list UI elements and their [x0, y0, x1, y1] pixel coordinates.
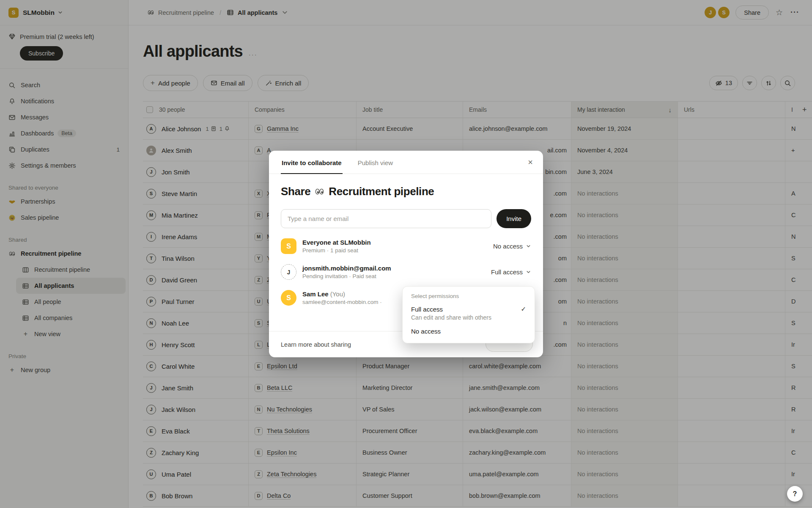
close-icon[interactable]: ×: [528, 158, 533, 166]
permissions-dropdown: Select permissions Full access ✓ Can edi…: [402, 286, 535, 343]
chevron-down-icon: [526, 269, 531, 275]
tab-publish-view[interactable]: Publish view: [357, 159, 394, 174]
member-row-everyone: S Everyone at SLMobbin Premium · 1 paid …: [281, 238, 531, 254]
modal-tab-bar: Invite to collaborate Publish view ×: [269, 151, 543, 174]
option-no-access[interactable]: No access: [403, 323, 535, 337]
workspace-avatar: S: [281, 238, 296, 254]
dropdown-title: Select permissions: [403, 292, 535, 303]
app-screen: S SLMobbin Premium trial (2 weeks left) …: [0, 0, 812, 508]
modal-heading: Share Recruitment pipeline: [281, 185, 531, 198]
member-name: Sam Lee(You): [302, 290, 382, 298]
learn-more-link[interactable]: Learn more about sharing: [281, 341, 351, 348]
tab-invite-to-collaborate[interactable]: Invite to collaborate: [281, 159, 343, 174]
option-full-access[interactable]: Full access ✓ Can edit and share with ot…: [403, 303, 535, 323]
chevron-down-icon: [526, 243, 531, 249]
invite-button[interactable]: Invite: [497, 209, 531, 228]
user-avatar: S: [281, 290, 296, 306]
member-meta: Premium · 1 paid seat: [302, 247, 371, 254]
help-button[interactable]: ?: [787, 486, 803, 502]
member-meta: samlee@content-mobbin.com ·: [302, 299, 382, 305]
member-name: jonsmith.mobbin@gmail.com: [302, 265, 391, 272]
member-name: Everyone at SLMobbin: [302, 239, 371, 246]
member-meta: Pending invitation · Paid seat: [302, 273, 391, 279]
invite-email-input[interactable]: [281, 209, 491, 228]
eyes-icon: [314, 186, 325, 197]
member-row-pending-invite: J jonsmith.mobbin@gmail.com Pending invi…: [281, 264, 531, 280]
access-dropdown-pending[interactable]: Full access: [491, 268, 531, 276]
check-icon: ✓: [521, 305, 526, 313]
access-dropdown-everyone[interactable]: No access: [493, 243, 531, 250]
pending-avatar: J: [281, 264, 296, 280]
